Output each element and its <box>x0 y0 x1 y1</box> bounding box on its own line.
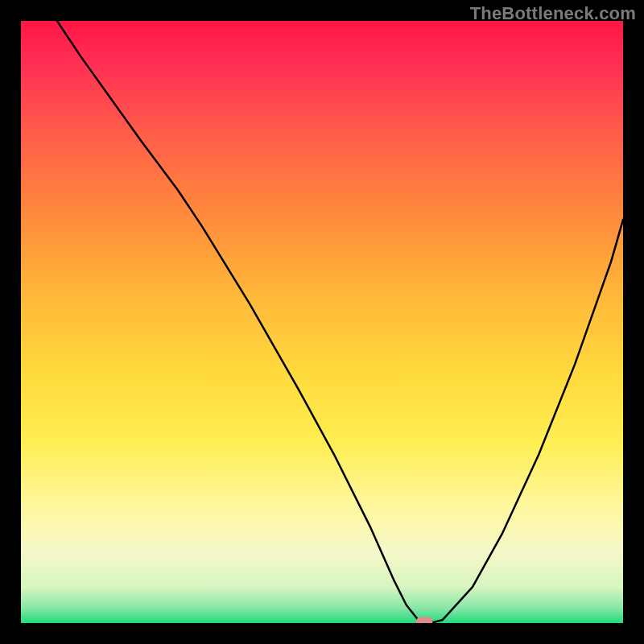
plot-background <box>21 21 623 623</box>
chart-svg <box>21 21 623 623</box>
plot-area <box>21 21 623 623</box>
watermark-text: TheBottleneck.com <box>470 3 636 24</box>
chart-frame: TheBottleneck.com <box>0 0 644 644</box>
optimal-marker <box>416 617 432 624</box>
